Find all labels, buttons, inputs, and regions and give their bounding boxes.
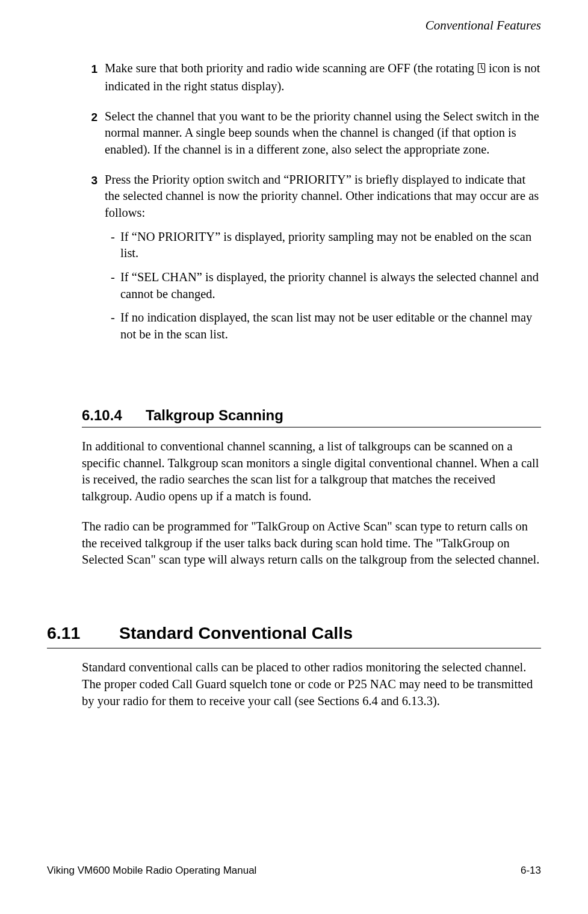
step-body: Select the channel that you want to be t… bbox=[105, 108, 541, 158]
footer-left: Viking VM600 Mobile Radio Operating Manu… bbox=[47, 864, 256, 878]
sub-item: - If “NO PRIORITY” is displayed, priorit… bbox=[111, 229, 541, 262]
heading-rule bbox=[82, 427, 541, 427]
numbered-steps: 1 Make sure that both priority and radio… bbox=[82, 60, 541, 350]
step-text: Press the Priority option switch and “PR… bbox=[105, 173, 539, 219]
subsection-6-10-4: 6.10.4 Talkgroup Scanning In additional … bbox=[82, 406, 541, 568]
step-2: 2 Select the channel that you want to be… bbox=[82, 108, 541, 158]
step-number: 2 bbox=[82, 108, 97, 158]
subsection-heading: 6.10.4 Talkgroup Scanning bbox=[82, 406, 541, 425]
sub-text: If no indication displayed, the scan lis… bbox=[120, 309, 541, 343]
sub-item: - If no indication displayed, the scan l… bbox=[111, 309, 541, 343]
step-text: Select the channel that you want to be t… bbox=[105, 110, 539, 156]
step-1: 1 Make sure that both priority and radio… bbox=[82, 60, 541, 95]
step-3: 3 Press the Priority option switch and “… bbox=[82, 172, 541, 350]
running-header: Conventional Features bbox=[47, 17, 541, 34]
paragraph: In additional to conventional channel sc… bbox=[82, 438, 541, 505]
dash-bullet: - bbox=[111, 269, 120, 302]
step-body: Press the Priority option switch and “PR… bbox=[105, 172, 541, 350]
section-number: 6.11 bbox=[47, 621, 119, 644]
page-footer: Viking VM600 Mobile Radio Operating Manu… bbox=[47, 864, 541, 878]
subsection-number: 6.10.4 bbox=[82, 406, 146, 425]
section-6-11: 6.11 Standard Conventional Calls Standar… bbox=[47, 621, 541, 709]
svg-line-2 bbox=[481, 68, 483, 70]
section-heading: 6.11 Standard Conventional Calls bbox=[47, 621, 541, 644]
step-number: 1 bbox=[82, 60, 97, 95]
heading-rule bbox=[47, 648, 541, 648]
step-body: Make sure that both priority and radio w… bbox=[105, 60, 541, 95]
paragraph: Standard conventional calls can be place… bbox=[82, 659, 541, 709]
subsection-title: Talkgroup Scanning bbox=[146, 406, 283, 425]
dash-bullet: - bbox=[111, 309, 120, 343]
sub-item: - If “SEL CHAN” is displayed, the priori… bbox=[111, 269, 541, 302]
section-body: Standard conventional calls can be place… bbox=[82, 659, 541, 709]
paragraph: The radio can be programmed for "TalkGro… bbox=[82, 518, 541, 568]
dash-bullet: - bbox=[111, 229, 120, 262]
sub-text: If “NO PRIORITY” is displayed, priority … bbox=[120, 229, 541, 262]
step-text-part-a: Make sure that both priority and radio w… bbox=[105, 61, 477, 75]
footer-right: 6-13 bbox=[521, 864, 541, 878]
running-title: Conventional Features bbox=[426, 18, 541, 33]
sub-text: If “SEL CHAN” is displayed, the priority… bbox=[120, 269, 541, 302]
sub-item-list: - If “NO PRIORITY” is displayed, priorit… bbox=[105, 229, 541, 343]
rotating-icon bbox=[477, 61, 486, 78]
step-number: 3 bbox=[82, 172, 97, 350]
section-title: Standard Conventional Calls bbox=[119, 621, 353, 644]
